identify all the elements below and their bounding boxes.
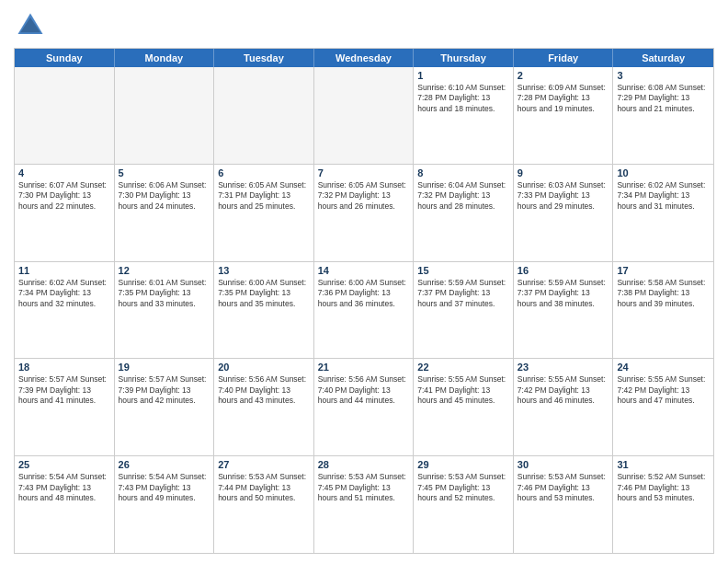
cell-info: Sunrise: 5:52 AM Sunset: 7:46 PM Dayligh…	[617, 472, 710, 503]
day-number: 6	[218, 167, 310, 178]
day-number: 24	[617, 362, 710, 373]
day-cell-14: 14Sunrise: 6:00 AM Sunset: 7:36 PM Dayli…	[314, 262, 415, 359]
day-cell-19: 19Sunrise: 5:57 AM Sunset: 7:39 PM Dayli…	[115, 359, 215, 455]
day-number: 16	[518, 265, 609, 276]
cell-info: Sunrise: 5:56 AM Sunset: 7:40 PM Dayligh…	[218, 374, 310, 406]
cell-info: Sunrise: 5:55 AM Sunset: 7:41 PM Dayligh…	[417, 374, 509, 406]
day-number: 9	[518, 167, 609, 178]
calendar-header: SundayMondayTuesdayWednesdayThursdayFrid…	[15, 49, 713, 67]
cell-info: Sunrise: 5:54 AM Sunset: 7:43 PM Dayligh…	[119, 472, 210, 503]
day-number: 5	[119, 167, 210, 178]
cell-info: Sunrise: 6:02 AM Sunset: 7:34 PM Dayligh…	[617, 180, 710, 212]
calendar-body: 1Sunrise: 6:10 AM Sunset: 7:28 PM Daylig…	[15, 67, 713, 553]
day-cell-20: 20Sunrise: 5:56 AM Sunset: 7:40 PM Dayli…	[214, 359, 314, 455]
day-number: 30	[518, 459, 609, 470]
cell-info: Sunrise: 5:53 AM Sunset: 7:44 PM Dayligh…	[218, 472, 310, 503]
day-number: 8	[417, 167, 509, 178]
day-cell-11: 11Sunrise: 6:02 AM Sunset: 7:34 PM Dayli…	[15, 262, 115, 359]
day-number: 13	[218, 265, 310, 276]
logo	[14, 9, 51, 42]
empty-cell	[115, 67, 215, 164]
cell-info: Sunrise: 6:04 AM Sunset: 7:32 PM Dayligh…	[417, 180, 509, 212]
week-row-2: 4Sunrise: 6:07 AM Sunset: 7:30 PM Daylig…	[15, 165, 713, 262]
day-number: 29	[417, 459, 509, 470]
cell-info: Sunrise: 5:53 AM Sunset: 7:46 PM Dayligh…	[518, 472, 609, 503]
day-number: 27	[218, 459, 310, 470]
day-cell-17: 17Sunrise: 5:58 AM Sunset: 7:38 PM Dayli…	[613, 262, 713, 359]
cell-info: Sunrise: 5:58 AM Sunset: 7:38 PM Dayligh…	[617, 278, 710, 309]
day-number: 20	[218, 362, 310, 373]
day-cell-7: 7Sunrise: 6:05 AM Sunset: 7:32 PM Daylig…	[314, 165, 415, 261]
day-cell-8: 8Sunrise: 6:04 AM Sunset: 7:32 PM Daylig…	[414, 165, 514, 261]
day-cell-16: 16Sunrise: 5:59 AM Sunset: 7:37 PM Dayli…	[514, 262, 614, 359]
cell-info: Sunrise: 5:53 AM Sunset: 7:45 PM Dayligh…	[318, 472, 410, 503]
day-number: 12	[119, 265, 210, 276]
day-header-friday: Friday	[514, 49, 614, 67]
week-row-4: 18Sunrise: 5:57 AM Sunset: 7:39 PM Dayli…	[15, 359, 713, 456]
day-number: 1	[417, 70, 509, 81]
page: SundayMondayTuesdayWednesdayThursdayFrid…	[0, 0, 728, 563]
day-cell-25: 25Sunrise: 5:54 AM Sunset: 7:43 PM Dayli…	[15, 456, 115, 553]
day-cell-4: 4Sunrise: 6:07 AM Sunset: 7:30 PM Daylig…	[15, 165, 115, 261]
cell-info: Sunrise: 5:54 AM Sunset: 7:43 PM Dayligh…	[18, 472, 110, 503]
day-number: 26	[119, 459, 210, 470]
cell-info: Sunrise: 6:02 AM Sunset: 7:34 PM Dayligh…	[18, 278, 110, 309]
week-row-5: 25Sunrise: 5:54 AM Sunset: 7:43 PM Dayli…	[15, 456, 713, 553]
day-header-tuesday: Tuesday	[214, 49, 314, 67]
day-number: 11	[18, 265, 110, 276]
cell-info: Sunrise: 6:05 AM Sunset: 7:31 PM Dayligh…	[218, 180, 310, 212]
day-cell-27: 27Sunrise: 5:53 AM Sunset: 7:44 PM Dayli…	[214, 456, 314, 553]
day-number: 22	[417, 362, 509, 373]
day-number: 2	[518, 70, 609, 81]
day-header-monday: Monday	[115, 49, 215, 67]
day-number: 23	[518, 362, 609, 373]
day-cell-30: 30Sunrise: 5:53 AM Sunset: 7:46 PM Dayli…	[514, 456, 614, 553]
cell-info: Sunrise: 5:57 AM Sunset: 7:39 PM Dayligh…	[18, 374, 110, 406]
day-cell-21: 21Sunrise: 5:56 AM Sunset: 7:40 PM Dayli…	[314, 359, 415, 455]
cell-info: Sunrise: 6:03 AM Sunset: 7:33 PM Dayligh…	[518, 180, 609, 212]
day-number: 31	[617, 459, 710, 470]
day-number: 14	[318, 265, 410, 276]
cell-info: Sunrise: 5:56 AM Sunset: 7:40 PM Dayligh…	[318, 374, 410, 406]
day-cell-31: 31Sunrise: 5:52 AM Sunset: 7:46 PM Dayli…	[613, 456, 713, 553]
day-cell-3: 3Sunrise: 6:08 AM Sunset: 7:29 PM Daylig…	[613, 67, 713, 164]
day-number: 21	[318, 362, 410, 373]
logo-icon	[14, 9, 47, 42]
day-cell-12: 12Sunrise: 6:01 AM Sunset: 7:35 PM Dayli…	[115, 262, 215, 359]
day-cell-28: 28Sunrise: 5:53 AM Sunset: 7:45 PM Dayli…	[314, 456, 415, 553]
cell-info: Sunrise: 6:07 AM Sunset: 7:30 PM Dayligh…	[18, 180, 110, 212]
day-cell-13: 13Sunrise: 6:00 AM Sunset: 7:35 PM Dayli…	[214, 262, 314, 359]
cell-info: Sunrise: 6:05 AM Sunset: 7:32 PM Dayligh…	[318, 180, 410, 212]
day-header-sunday: Sunday	[15, 49, 115, 67]
empty-cell	[214, 67, 314, 164]
day-number: 10	[617, 167, 710, 178]
cell-info: Sunrise: 5:53 AM Sunset: 7:45 PM Dayligh…	[417, 472, 509, 503]
day-number: 3	[617, 70, 710, 81]
day-cell-24: 24Sunrise: 5:55 AM Sunset: 7:42 PM Dayli…	[613, 359, 713, 455]
week-row-3: 11Sunrise: 6:02 AM Sunset: 7:34 PM Dayli…	[15, 262, 713, 360]
day-number: 4	[18, 167, 110, 178]
empty-cell	[314, 67, 415, 164]
cell-info: Sunrise: 6:09 AM Sunset: 7:28 PM Dayligh…	[518, 83, 609, 114]
day-cell-18: 18Sunrise: 5:57 AM Sunset: 7:39 PM Dayli…	[15, 359, 115, 455]
day-number: 18	[18, 362, 110, 373]
day-number: 28	[318, 459, 410, 470]
day-cell-15: 15Sunrise: 5:59 AM Sunset: 7:37 PM Dayli…	[414, 262, 514, 359]
cell-info: Sunrise: 5:57 AM Sunset: 7:39 PM Dayligh…	[119, 374, 210, 406]
day-number: 25	[18, 459, 110, 470]
day-cell-29: 29Sunrise: 5:53 AM Sunset: 7:45 PM Dayli…	[414, 456, 514, 553]
calendar: SundayMondayTuesdayWednesdayThursdayFrid…	[14, 48, 714, 554]
cell-info: Sunrise: 5:55 AM Sunset: 7:42 PM Dayligh…	[518, 374, 609, 406]
day-number: 15	[417, 265, 509, 276]
day-header-saturday: Saturday	[613, 49, 713, 67]
day-cell-23: 23Sunrise: 5:55 AM Sunset: 7:42 PM Dayli…	[514, 359, 614, 455]
day-header-wednesday: Wednesday	[314, 49, 415, 67]
header	[14, 9, 714, 42]
day-cell-26: 26Sunrise: 5:54 AM Sunset: 7:43 PM Dayli…	[115, 456, 215, 553]
cell-info: Sunrise: 5:59 AM Sunset: 7:37 PM Dayligh…	[518, 278, 609, 309]
cell-info: Sunrise: 6:06 AM Sunset: 7:30 PM Dayligh…	[119, 180, 210, 212]
day-cell-5: 5Sunrise: 6:06 AM Sunset: 7:30 PM Daylig…	[115, 165, 215, 261]
week-row-1: 1Sunrise: 6:10 AM Sunset: 7:28 PM Daylig…	[15, 67, 713, 165]
day-cell-1: 1Sunrise: 6:10 AM Sunset: 7:28 PM Daylig…	[414, 67, 514, 164]
day-number: 19	[119, 362, 210, 373]
